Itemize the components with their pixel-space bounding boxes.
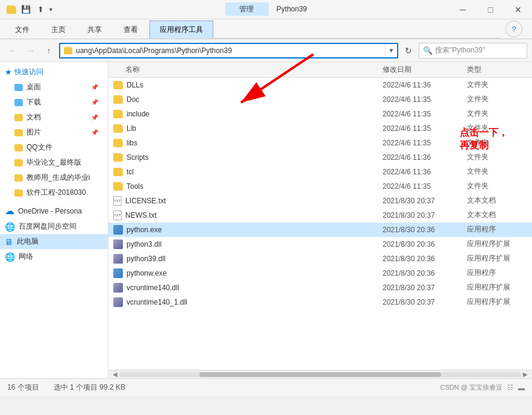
quick-access-label: 快速访问: [14, 67, 43, 77]
file-type: 应用程序: [467, 268, 527, 278]
file-row-0[interactable]: DLLs 2022/4/6 11:36 文件夹: [108, 78, 532, 92]
file-row-4[interactable]: libs 2022/4/6 11:35 文件夹: [108, 136, 532, 150]
view-detail-icon[interactable]: ▬: [518, 384, 525, 391]
file-type: 文本文档: [467, 210, 527, 220]
exe-icon: [113, 225, 123, 235]
desktop-folder-icon: [14, 84, 23, 91]
tab-home[interactable]: 主页: [41, 21, 76, 39]
quick-undo-icon[interactable]: ⬆: [34, 3, 47, 16]
file-name: tcl: [113, 168, 383, 176]
folder-icon: [113, 182, 123, 191]
file-date: 2022/4/6 11:36: [383, 168, 467, 176]
file-row-9[interactable]: TXT NEWS.txt 2021/8/30 20:37 文本文档: [108, 208, 532, 223]
pin-icon-3: 📌: [91, 114, 98, 121]
file-row-12[interactable]: python39.dll 2021/8/30 20:36 应用程序扩展: [108, 252, 532, 266]
file-date: 2021/8/30 20:37: [383, 298, 467, 306]
scroll-thumb[interactable]: [199, 372, 440, 377]
folder-icon: [113, 168, 123, 176]
view-list-icon[interactable]: ☷: [507, 384, 513, 391]
file-type: 文本文档: [467, 195, 527, 206]
sidebar-item-thesis[interactable]: 毕业论文_最终版: [0, 155, 108, 170]
cloud-icon: ☁: [5, 205, 14, 217]
quick-save-icon[interactable]: 💾: [19, 3, 33, 16]
sidebar-item-downloads[interactable]: 下载 📌: [0, 95, 108, 110]
status-right: CSDN @ 宝宝徐睿逗 ☷ ▬: [440, 383, 525, 392]
title-bar: 💾 ⬆ ▼ 管理 Python39 ─ □ ✕: [0, 0, 532, 19]
dropdown-arrow[interactable]: ▼: [48, 7, 54, 13]
sidebar-thesis-label: 毕业论文_最终版: [27, 157, 81, 168]
sidebar-item-network[interactable]: 🌐 网络: [0, 249, 108, 264]
folder-icon: [113, 139, 123, 147]
file-date: 2022/4/6 11:35: [383, 110, 467, 118]
file-row-6[interactable]: tcl 2022/4/6 11:36 文件夹: [108, 165, 532, 179]
file-row-7[interactable]: Tools 2022/4/6 11:35 文件夹: [108, 179, 532, 194]
sidebar-item-baidu[interactable]: 🌐 百度网盘同步空间: [0, 219, 108, 234]
scroll-left-button[interactable]: ◀: [111, 370, 119, 379]
up-button[interactable]: ↑: [41, 43, 57, 59]
file-row-5[interactable]: Scripts 2022/4/6 11:36 文件夹: [108, 150, 532, 165]
selected-count: 选中 1 个项目 99.2 KB: [54, 382, 125, 393]
file-date: 2022/4/6 11:35: [383, 95, 467, 104]
file-name: vcruntime140.dll: [113, 283, 383, 293]
file-name: TXT NEWS.txt: [113, 211, 383, 220]
tab-manage[interactable]: 应用程序工具: [149, 21, 213, 39]
address-bar[interactable]: uang\AppData\Local\Programs\Python\Pytho…: [59, 43, 398, 59]
pictures-folder-icon: [14, 129, 23, 136]
sidebar-item-pictures[interactable]: 图片 📌: [0, 125, 108, 140]
sidebar: ★ 快速访问 桌面 📌 下载 📌 文档 📌 图片 📌: [0, 62, 108, 378]
txt-icon: TXT: [113, 196, 122, 206]
tab-file[interactable]: 文件: [5, 21, 40, 39]
file-row-2[interactable]: include 2022/4/6 11:35 文件夹: [108, 107, 532, 121]
close-button[interactable]: ✕: [504, 0, 532, 19]
sidebar-item-thispc[interactable]: 🖥 此电脑: [0, 234, 108, 249]
sidebar-item-desktop[interactable]: 桌面 📌: [0, 80, 108, 95]
sidebar-item-software[interactable]: 软件工程-2018030: [0, 185, 108, 200]
file-name: pythonw.exe: [113, 268, 383, 278]
address-dropdown-button[interactable]: ▼: [385, 43, 397, 59]
horizontal-scrollbar[interactable]: ◀ ▶: [108, 370, 532, 378]
sidebar-item-teacher[interactable]: 教师用_生成的毕业i: [0, 170, 108, 185]
refresh-button[interactable]: ↻: [401, 43, 416, 59]
file-date: 2022/4/6 11:35: [383, 182, 467, 191]
ribbon-tabs: 文件 主页 共享 查看 应用程序工具 ?: [0, 19, 532, 39]
search-placeholder: 搜索"Python39": [435, 45, 485, 55]
sidebar-item-qq[interactable]: QQ文件: [0, 140, 108, 155]
sidebar-item-documents[interactable]: 文档 📌: [0, 110, 108, 125]
maximize-button[interactable]: □: [477, 0, 504, 19]
title-bar-left: 💾 ⬆ ▼: [0, 3, 54, 16]
file-rows: DLLs 2022/4/6 11:36 文件夹 Doc 2022/4/6 11:…: [108, 78, 532, 309]
file-row-10[interactable]: python.exe 2021/8/30 20:36 应用程序: [108, 223, 532, 237]
manage-tab-title: 管理: [225, 2, 268, 16]
file-row-13[interactable]: pythonw.exe 2021/8/30 20:36 应用程序: [108, 266, 532, 280]
col-header-date[interactable]: 修改日期: [383, 65, 467, 75]
minimize-button[interactable]: ─: [449, 0, 477, 19]
scroll-track[interactable]: [119, 372, 521, 377]
file-row-15[interactable]: vcruntime140_1.dll 2021/8/30 20:37 应用程序扩…: [108, 295, 532, 309]
file-row-1[interactable]: Doc 2022/4/6 11:35 文件夹: [108, 92, 532, 107]
col-header-type[interactable]: 类型: [467, 65, 527, 75]
sidebar-item-onedrive[interactable]: ☁ OneDrive - Persona: [0, 203, 108, 219]
file-row-8[interactable]: TXT LICENSE.txt 2021/8/30 20:37 文本文档: [108, 194, 532, 208]
ribbon: 文件 主页 共享 查看 应用程序工具 ?: [0, 19, 532, 39]
file-name: TXT LICENSE.txt: [113, 196, 383, 206]
file-type: 应用程序: [467, 224, 527, 235]
help-button[interactable]: ?: [505, 21, 522, 37]
back-button[interactable]: ←: [5, 43, 20, 59]
file-row-11[interactable]: python3.dll 2021/8/30 20:36 应用程序扩展: [108, 237, 532, 252]
file-type: 文件夹: [467, 181, 527, 191]
scroll-right-button[interactable]: ▶: [521, 370, 530, 379]
forward-button[interactable]: →: [23, 43, 39, 59]
file-row-14[interactable]: vcruntime140.dll 2021/8/30 20:37 应用程序扩展: [108, 280, 532, 295]
txt-icon: TXT: [113, 211, 122, 220]
col-header-name[interactable]: 名称: [113, 65, 383, 75]
file-row-3[interactable]: Lib 2022/4/6 11:35 文件夹: [108, 121, 532, 136]
tab-share[interactable]: 共享: [77, 21, 112, 39]
folder-icon: [113, 110, 123, 118]
search-bar[interactable]: 🔍 搜索"Python39": [419, 43, 527, 59]
file-date: 2021/8/30 20:36: [383, 269, 467, 277]
tab-view[interactable]: 查看: [113, 21, 148, 39]
dll-icon: [113, 254, 123, 264]
address-folder-icon: [64, 47, 72, 54]
python39-tab-title: Python39: [277, 5, 307, 13]
sidebar-quick-access-header[interactable]: ★ 快速访问: [0, 65, 108, 80]
